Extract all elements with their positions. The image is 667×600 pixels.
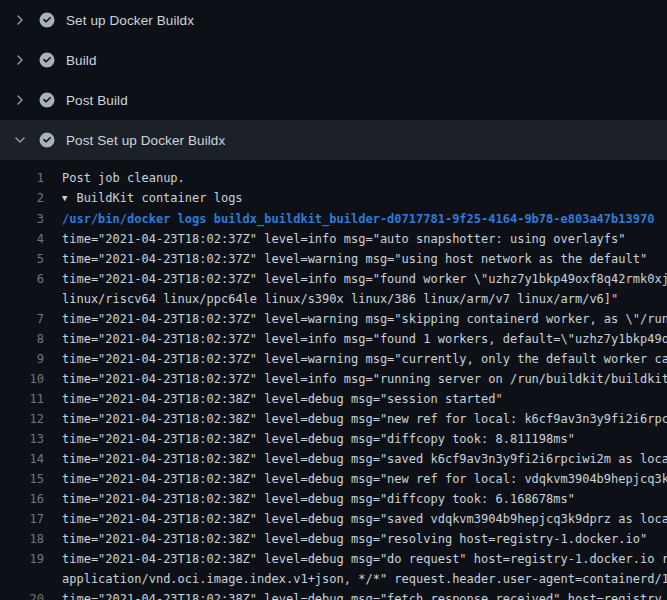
- chevron-right-icon: [12, 52, 28, 68]
- section-header-build[interactable]: Build: [0, 40, 667, 80]
- log-line-text: time="2021-04-23T18:02:38Z" level=debug …: [62, 589, 667, 600]
- log-line-number[interactable]: 3: [0, 209, 44, 229]
- chevron-down-icon: [12, 132, 28, 148]
- log-line: 16 time="2021-04-23T18:02:38Z" level=deb…: [0, 489, 667, 509]
- log-line-text: ▼BuildKit container logs: [62, 188, 667, 209]
- log-line-text: /usr/bin/docker logs buildx_buildkit_bui…: [62, 209, 667, 229]
- log-line-text: time="2021-04-23T18:02:38Z" level=debug …: [62, 429, 667, 449]
- log-line: 3 /usr/bin/docker logs buildx_buildkit_b…: [0, 209, 667, 229]
- section-title: Post Set up Docker Buildx: [66, 133, 225, 148]
- log-line-number[interactable]: 9: [0, 349, 44, 369]
- log-line-text: time="2021-04-23T18:02:37Z" level=info m…: [62, 329, 667, 349]
- log-line: 17 time="2021-04-23T18:02:38Z" level=deb…: [0, 509, 667, 529]
- log-line-text: time="2021-04-23T18:02:38Z" level=debug …: [62, 469, 667, 489]
- check-circle-icon: [39, 92, 55, 108]
- log-line-text: time="2021-04-23T18:02:37Z" level=info m…: [62, 269, 667, 309]
- log-line-text: time="2021-04-23T18:02:38Z" level=debug …: [62, 529, 667, 549]
- log-line-number[interactable]: 13: [0, 429, 44, 449]
- log-line-number[interactable]: 5: [0, 249, 44, 269]
- log-wrapped-row: linux/riscv64 linux/ppc64le linux/s390x …: [62, 289, 667, 309]
- log-line-number[interactable]: 17: [0, 509, 44, 529]
- log-line-text: Post job cleanup.: [62, 168, 667, 188]
- log-line: 4 time="2021-04-23T18:02:37Z" level=info…: [0, 229, 667, 249]
- log-line-number[interactable]: 10: [0, 369, 44, 389]
- log-wrapped-row: application/vnd.oci.image.index.v1+json,…: [62, 569, 667, 589]
- chevron-right-icon: [12, 12, 28, 28]
- log-line-text: time="2021-04-23T18:02:38Z" level=debug …: [62, 509, 667, 529]
- log-line-number[interactable]: 11: [0, 389, 44, 409]
- log-line-text: time="2021-04-23T18:02:38Z" level=debug …: [62, 409, 667, 429]
- check-circle-icon: [39, 52, 55, 68]
- log-line: 12 time="2021-04-23T18:02:38Z" level=deb…: [0, 409, 667, 429]
- log-output: 1 Post job cleanup. 2 ▼BuildKit containe…: [0, 160, 667, 600]
- section-title: Set up Docker Buildx: [66, 13, 194, 28]
- log-line: 1 Post job cleanup.: [0, 168, 667, 188]
- log-line: 6 time="2021-04-23T18:02:37Z" level=info…: [0, 269, 667, 309]
- log-line-number[interactable]: 6: [0, 269, 44, 289]
- log-line: 9 time="2021-04-23T18:02:37Z" level=warn…: [0, 349, 667, 369]
- log-line-number[interactable]: 4: [0, 229, 44, 249]
- section-title: Post Build: [66, 93, 128, 108]
- log-line-number[interactable]: 19: [0, 549, 44, 569]
- log-line: 19 time="2021-04-23T18:02:38Z" level=deb…: [0, 549, 667, 589]
- log-line-number[interactable]: 16: [0, 489, 44, 509]
- log-line-number[interactable]: 14: [0, 449, 44, 469]
- log-line-text: time="2021-04-23T18:02:37Z" level=warnin…: [62, 249, 667, 269]
- log-wrapped-row: time="2021-04-23T18:02:37Z" level=info m…: [62, 269, 667, 289]
- log-line: 10 time="2021-04-23T18:02:37Z" level=inf…: [0, 369, 667, 389]
- section-header-post-set-up-docker-buildx[interactable]: Post Set up Docker Buildx: [0, 120, 667, 160]
- log-line: 11 time="2021-04-23T18:02:38Z" level=deb…: [0, 389, 667, 409]
- log-line-number[interactable]: 8: [0, 329, 44, 349]
- log-line-text: time="2021-04-23T18:02:38Z" level=debug …: [62, 549, 667, 589]
- log-group-caret-down-icon[interactable]: ▼: [62, 188, 67, 208]
- log-line: 5 time="2021-04-23T18:02:37Z" level=warn…: [0, 249, 667, 269]
- chevron-right-icon: [12, 92, 28, 108]
- log-line: 2 ▼BuildKit container logs: [0, 188, 667, 209]
- actions-log-viewer: Set up Docker Buildx Build Post Build Po…: [0, 0, 667, 600]
- log-line: 20 time="2021-04-23T18:02:38Z" level=deb…: [0, 589, 667, 600]
- check-circle-icon: [39, 12, 55, 28]
- log-group-label: BuildKit container logs: [76, 191, 242, 205]
- log-line-text: time="2021-04-23T18:02:37Z" level=info m…: [62, 369, 667, 389]
- log-line-number[interactable]: 18: [0, 529, 44, 549]
- log-wrapped-row: time="2021-04-23T18:02:38Z" level=debug …: [62, 549, 667, 569]
- log-line: 7 time="2021-04-23T18:02:37Z" level=warn…: [0, 309, 667, 329]
- section-header-post-build[interactable]: Post Build: [0, 80, 667, 120]
- log-line-number[interactable]: 1: [0, 168, 44, 188]
- log-line-number[interactable]: 2: [0, 188, 44, 208]
- log-line-number[interactable]: 7: [0, 309, 44, 329]
- log-line-text: time="2021-04-23T18:02:38Z" level=debug …: [62, 389, 667, 409]
- log-line-text: time="2021-04-23T18:02:37Z" level=info m…: [62, 229, 667, 249]
- log-line-text: time="2021-04-23T18:02:37Z" level=warnin…: [62, 309, 667, 329]
- log-line: 8 time="2021-04-23T18:02:37Z" level=info…: [0, 329, 667, 349]
- check-circle-icon: [39, 132, 55, 148]
- log-line: 14 time="2021-04-23T18:02:38Z" level=deb…: [0, 449, 667, 469]
- log-line-number[interactable]: 12: [0, 409, 44, 429]
- log-line: 15 time="2021-04-23T18:02:38Z" level=deb…: [0, 469, 667, 489]
- log-line-number[interactable]: 20: [0, 589, 44, 600]
- section-header-set-up-docker-buildx[interactable]: Set up Docker Buildx: [0, 0, 667, 40]
- log-line: 18 time="2021-04-23T18:02:38Z" level=deb…: [0, 529, 667, 549]
- log-line-text: time="2021-04-23T18:02:38Z" level=debug …: [62, 449, 667, 469]
- section-title: Build: [66, 53, 97, 68]
- log-line: 13 time="2021-04-23T18:02:38Z" level=deb…: [0, 429, 667, 449]
- log-line-text: time="2021-04-23T18:02:37Z" level=warnin…: [62, 349, 667, 369]
- log-line-text: time="2021-04-23T18:02:38Z" level=debug …: [62, 489, 667, 509]
- log-line-number[interactable]: 15: [0, 469, 44, 489]
